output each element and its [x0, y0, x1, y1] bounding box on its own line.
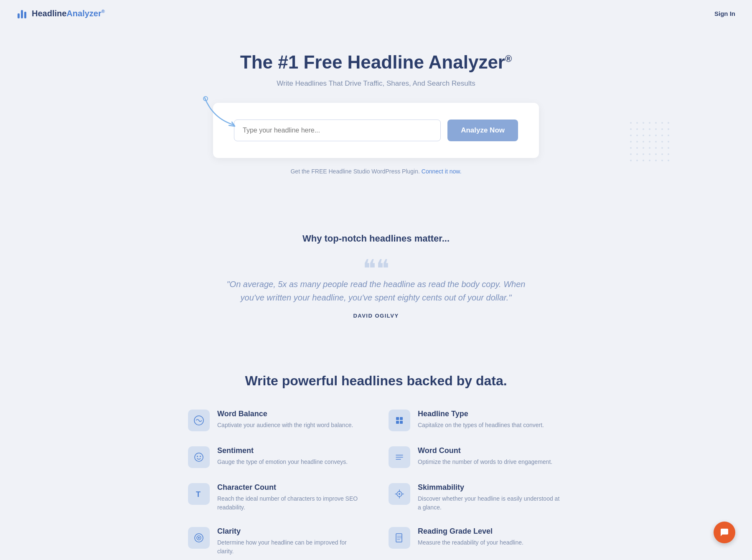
- svg-point-14: [649, 128, 650, 130]
- plugin-link[interactable]: Connect it now.: [422, 168, 462, 175]
- svg-point-11: [630, 128, 632, 130]
- svg-point-39: [630, 153, 632, 155]
- svg-point-34: [643, 147, 644, 149]
- arrow-decoration: [201, 94, 246, 133]
- feature-content-skimmability: Skimmability Discover whether your headl…: [418, 483, 564, 512]
- svg-point-40: [636, 153, 638, 155]
- feature-title-word-count: Word Count: [418, 446, 552, 455]
- svg-rect-55: [400, 417, 403, 420]
- features-section: Write powerful headlines backed by data.…: [0, 356, 752, 560]
- svg-point-16: [661, 128, 663, 130]
- header: HeadlineAnalyzer® Sign In: [0, 0, 752, 27]
- svg-point-15: [655, 128, 657, 130]
- feature-item-clarity: Clarity Determine how your headline can …: [188, 527, 363, 556]
- features-heading: Write powerful headlines backed by data.: [8, 373, 744, 389]
- feature-content-clarity: Clarity Determine how your headline can …: [217, 527, 363, 556]
- svg-point-22: [655, 135, 657, 136]
- svg-point-23: [661, 135, 663, 136]
- feature-icon-skimmability: [389, 483, 410, 505]
- logo[interactable]: HeadlineAnalyzer®: [17, 8, 105, 19]
- svg-point-19: [636, 135, 638, 136]
- svg-point-51: [661, 160, 663, 161]
- analyze-button[interactable]: Analyze Now: [447, 120, 518, 141]
- svg-point-45: [668, 153, 669, 155]
- svg-rect-57: [400, 421, 403, 424]
- feature-content-sentiment: Sentiment Gauge the type of emotion your…: [217, 446, 348, 466]
- feature-desc-character-count: Reach the ideal number of characters to …: [217, 494, 363, 512]
- feature-desc-word-balance: Captivate your audience with the right w…: [217, 421, 353, 430]
- feature-title-character-count: Character Count: [217, 483, 363, 492]
- feature-content-reading-grade-level: Reading Grade Level Measure the readabil…: [418, 527, 523, 547]
- feature-title-skimmability: Skimmability: [418, 483, 564, 492]
- feature-item-headline-type: Headline Type Capitalize on the types of…: [389, 410, 564, 431]
- feature-title-headline-type: Headline Type: [418, 410, 544, 418]
- svg-point-58: [195, 453, 203, 461]
- feature-content-word-count: Word Count Optimize the number of words …: [418, 446, 552, 466]
- feature-content-headline-type: Headline Type Capitalize on the types of…: [418, 410, 544, 430]
- svg-point-59: [197, 456, 198, 457]
- quote-section: Why top-notch headlines matter... ❝❝ "On…: [0, 183, 752, 356]
- svg-point-37: [661, 147, 663, 149]
- feature-title-word-balance: Word Balance: [217, 410, 353, 418]
- feature-item-character-count: T Character Count Reach the ideal number…: [188, 483, 363, 512]
- svg-point-52: [668, 160, 669, 161]
- svg-rect-56: [396, 421, 399, 424]
- svg-point-5: [636, 122, 638, 124]
- svg-point-31: [668, 141, 669, 143]
- svg-point-21: [649, 135, 650, 136]
- headline-input[interactable]: [234, 120, 441, 141]
- logo-text: HeadlineAnalyzer®: [32, 9, 105, 18]
- svg-point-32: [630, 147, 632, 149]
- quote-text: "On average, 5x as many people read the …: [217, 277, 535, 304]
- quote-heading: Why top-notch headlines matter...: [217, 233, 535, 244]
- svg-rect-2: [24, 12, 26, 18]
- feature-title-sentiment: Sentiment: [217, 446, 348, 455]
- feature-icon-word-count: [389, 446, 410, 468]
- dots-decoration: [627, 119, 677, 171]
- feature-icon-clarity: [188, 527, 210, 549]
- feature-title-reading-grade-level: Reading Grade Level: [418, 527, 523, 536]
- feature-desc-reading-grade-level: Measure the readability of your headline…: [418, 538, 523, 547]
- svg-point-29: [655, 141, 657, 143]
- svg-point-35: [649, 147, 650, 149]
- hero-title: The #1 Free Headline Analyzer®: [8, 52, 744, 73]
- svg-point-60: [200, 456, 201, 457]
- feature-icon-word-balance: [188, 410, 210, 431]
- feature-item-word-balance: Word Balance Captivate your audience wit…: [188, 410, 363, 431]
- svg-point-28: [649, 141, 650, 143]
- svg-point-66: [399, 493, 400, 495]
- feature-icon-sentiment: [188, 446, 210, 468]
- feature-icon-reading-grade-level: [389, 527, 410, 549]
- feature-desc-word-count: Optimize the number of words to drive en…: [418, 458, 552, 466]
- svg-point-20: [643, 135, 644, 136]
- svg-point-47: [636, 160, 638, 161]
- svg-point-27: [643, 141, 644, 143]
- svg-point-10: [668, 122, 669, 124]
- feature-content-word-balance: Word Balance Captivate your audience wit…: [217, 410, 353, 430]
- svg-point-13: [643, 128, 644, 130]
- feature-item-word-count: Word Count Optimize the number of words …: [389, 446, 564, 468]
- svg-point-73: [198, 537, 200, 539]
- feature-desc-sentiment: Gauge the type of emotion your headline …: [217, 458, 348, 466]
- chat-button[interactable]: [714, 522, 735, 543]
- feature-item-skimmability: Skimmability Discover whether your headl…: [389, 483, 564, 512]
- svg-point-33: [636, 147, 638, 149]
- svg-point-6: [643, 122, 644, 124]
- svg-point-46: [630, 160, 632, 161]
- feature-item-sentiment: Sentiment Gauge the type of emotion your…: [188, 446, 363, 468]
- svg-point-36: [655, 147, 657, 149]
- feature-desc-headline-type: Capitalize on the types of headlines tha…: [418, 421, 544, 430]
- sign-in-button[interactable]: Sign In: [714, 10, 735, 17]
- svg-point-7: [649, 122, 650, 124]
- feature-icon-character-count: T: [188, 483, 210, 505]
- svg-point-25: [630, 141, 632, 143]
- logo-icon: [17, 8, 28, 19]
- hero-subtitle: Write Headlines That Drive Traffic, Shar…: [8, 79, 744, 88]
- headline-analyzer-form: Analyze Now: [213, 103, 539, 158]
- svg-point-4: [630, 122, 632, 124]
- svg-point-49: [649, 160, 650, 161]
- svg-rect-1: [21, 10, 23, 18]
- svg-point-48: [643, 160, 644, 161]
- svg-point-50: [655, 160, 657, 161]
- feature-item-reading-grade-level: Reading Grade Level Measure the readabil…: [389, 527, 564, 556]
